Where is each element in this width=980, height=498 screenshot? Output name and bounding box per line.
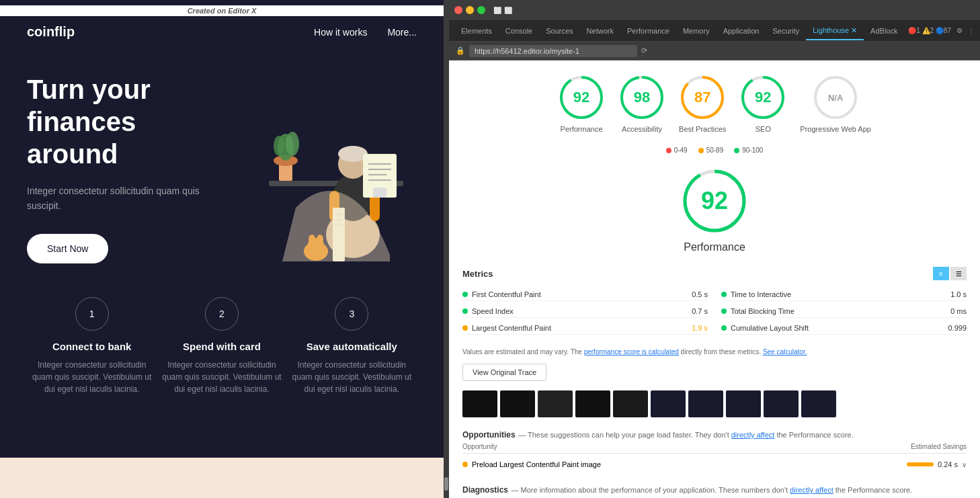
metric-name-tti: Time to Interactive <box>731 290 791 298</box>
step-desc-2: Integer consectetur sollicitudin quam qu… <box>161 359 282 395</box>
view-original-trace-button[interactable]: View Original Trace <box>462 364 546 381</box>
score-value-accessibility: 98 <box>634 89 650 106</box>
perf-score-link[interactable]: performance score is calculated <box>584 348 679 356</box>
metrics-grid: First Contentful Paint 0.5 s Time to Int… <box>462 288 967 335</box>
minimize-btn[interactable] <box>466 6 474 14</box>
maximize-btn[interactable] <box>477 6 485 14</box>
metric-value-si: 0.7 s <box>692 307 708 315</box>
score-label-best-practices: Best Practices <box>679 125 726 133</box>
diagnostics-section: Diagnostics — More information about the… <box>462 483 967 498</box>
tab-console[interactable]: Console <box>499 23 539 39</box>
steps-section: 1 Connect to bank Integer consectetur so… <box>0 284 444 409</box>
close-btn[interactable] <box>454 6 462 14</box>
score-label-performance: Performance <box>558 125 605 133</box>
score-value-seo: 92 <box>755 89 771 106</box>
nav-how-it-works[interactable]: How it works <box>314 27 367 38</box>
big-score-value: 92 <box>701 187 728 215</box>
score-circle-seo: 92 <box>739 74 786 121</box>
step-title-1: Connect to bank <box>32 341 153 352</box>
big-score-circle: 92 <box>681 167 748 235</box>
more-icon[interactable]: ⋮ <box>968 27 975 34</box>
lighthouse-content[interactable]: 92 Performance 98 Accessibility <box>449 60 980 498</box>
elements-icon: ⬜ <box>493 7 501 14</box>
score-accessibility: 98 Accessibility <box>618 74 665 133</box>
metric-name-tbt: Total Blocking Time <box>731 307 794 315</box>
step-title-3: Save automatically <box>291 341 412 352</box>
metric-tti: Time to Interactive 1.0 s <box>721 288 967 301</box>
step-title-2: Spend with card <box>161 341 282 352</box>
score-best-practices: 87 Best Practices <box>679 74 726 133</box>
metric-value-fcp: 0.5 s <box>692 290 708 298</box>
metric-tbt: Total Blocking Time 0 ms <box>721 305 967 318</box>
film-frame-2 <box>500 390 535 417</box>
opp-expand-preload[interactable]: ∨ <box>962 461 967 468</box>
legend-dot-warn <box>698 148 704 153</box>
film-frame-9 <box>764 390 799 417</box>
opp-row-preload: Preload Largest Contentful Paint image 0… <box>462 456 967 472</box>
directly-affect-link-opp[interactable]: directly affect <box>731 431 775 439</box>
tab-sources[interactable]: Sources <box>539 23 579 39</box>
metrics-title: Metrics <box>462 269 493 279</box>
svg-point-4 <box>286 132 299 156</box>
tab-security[interactable]: Security <box>766 23 806 39</box>
directly-affect-link-diag[interactable]: directly affect <box>790 486 833 494</box>
score-circle-performance: 92 <box>558 74 605 121</box>
calculator-link[interactable]: See calculator. <box>763 348 807 356</box>
security-icon: 🔒 <box>456 46 465 55</box>
opp-col-savings: Estimated Savings <box>911 443 967 450</box>
scores-row: 92 Performance 98 Accessibility <box>462 74 967 133</box>
browser-chrome: ⬜ ⬜ <box>449 0 980 20</box>
devtools-panel: ⬜ ⬜ Elements Console Sources Network Per… <box>449 0 980 498</box>
devtools-tab-bar: Elements Console Sources Network Perform… <box>449 20 980 42</box>
devtools-icons-row: ⬜ ⬜ <box>493 7 512 14</box>
score-value-best-practices: 87 <box>694 89 710 106</box>
film-frame-6 <box>651 390 686 417</box>
step-circle-2: 2 <box>205 297 239 331</box>
tab-network[interactable]: Network <box>580 23 620 39</box>
reload-icon[interactable]: ⟳ <box>641 46 647 55</box>
step-desc-1: Integer consectetur sollicitudin quam qu… <box>32 359 153 395</box>
view-toggle: ≡ ☰ <box>933 267 967 280</box>
step-desc-3: Integer consectetur sollicitudin quam qu… <box>291 359 412 395</box>
metric-value-tti: 1.0 s <box>950 290 967 298</box>
address-input[interactable] <box>469 45 637 57</box>
step-3: 3 Save automatically Integer consectetur… <box>291 297 412 395</box>
metric-cls: Cumulative Layout Shift 0.999 <box>721 322 967 335</box>
settings-icon[interactable]: ⚙ <box>956 27 963 34</box>
tab-memory[interactable]: Memory <box>676 23 717 39</box>
hero-title: Turn your finances around <box>27 73 229 170</box>
toggle-list-btn[interactable]: ☰ <box>950 267 967 280</box>
browser-divider <box>444 0 449 498</box>
hero-text: Turn your finances around Integer consec… <box>27 73 229 263</box>
big-score-section: 92 Performance <box>462 167 967 253</box>
svg-rect-19 <box>373 188 386 198</box>
toggle-grid-btn[interactable]: ≡ <box>933 267 949 280</box>
legend-label-warn: 50-89 <box>706 147 724 154</box>
site-logo: coinflip <box>27 24 75 40</box>
metrics-section: Metrics ≡ ☰ First Contentful Paint 0.5 s <box>462 267 967 335</box>
opp-dot-preload <box>462 462 468 467</box>
metric-name-fcp: First Contentful Paint <box>472 290 541 298</box>
tab-performance[interactable]: Performance <box>620 23 676 39</box>
hero-subtitle: Integer consectetur sollicitudin quam qu… <box>27 183 229 214</box>
opp-col-opportunity: Opportunity <box>462 443 497 450</box>
opp-header-row: Opportunity Estimated Savings <box>462 443 967 454</box>
nav-more[interactable]: More... <box>387 27 417 38</box>
tab-elements[interactable]: Elements <box>454 23 499 39</box>
editor-watermark: Created on Editor X <box>0 5 444 16</box>
score-pwa: N/A Progressive Web App <box>800 74 871 133</box>
metrics-header: Metrics ≡ ☰ <box>462 267 967 280</box>
legend-label-pass: 90-100 <box>742 147 763 154</box>
metric-fcp: First Contentful Paint 0.5 s <box>462 288 708 301</box>
score-circle-accessibility: 98 <box>618 74 665 121</box>
tab-adblock[interactable]: AdBlock <box>864 23 904 39</box>
address-bar: 🔒 ⟳ <box>449 42 980 60</box>
values-note: Values are estimated and may vary. The p… <box>462 348 967 356</box>
opp-name-preload: Preload Largest Contentful Paint image <box>472 460 601 468</box>
tab-lighthouse[interactable]: Lighthouse ✕ <box>806 22 864 40</box>
tab-application[interactable]: Application <box>717 23 766 39</box>
diagnostics-title: Diagnostics <box>462 485 508 495</box>
opportunities-title: Opportunities <box>462 430 516 440</box>
metric-si: Speed Index 0.7 s <box>462 305 708 318</box>
start-now-button[interactable]: Start Now <box>27 234 108 263</box>
